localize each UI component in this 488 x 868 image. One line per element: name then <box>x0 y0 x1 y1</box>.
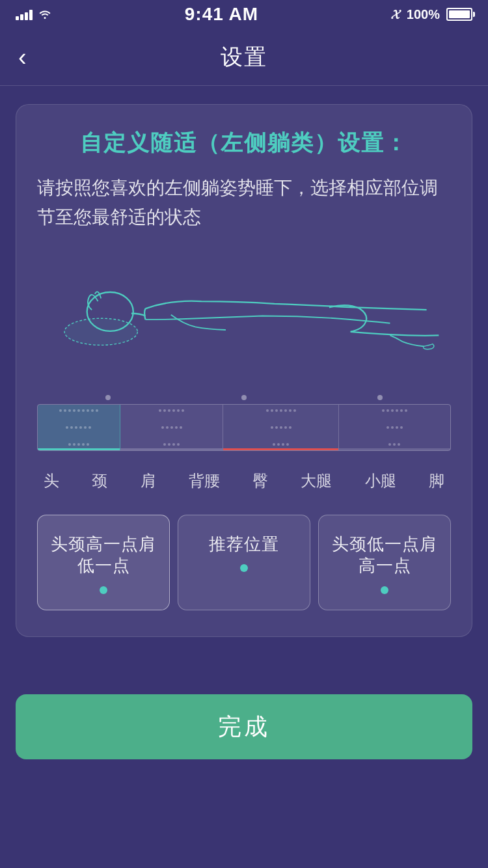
label-head: 头 <box>44 470 59 491</box>
bluetooth-icon: 𝓧 <box>391 7 400 22</box>
battery-percent: 100% <box>407 7 440 22</box>
status-bar: 9:41 AM 𝓧 100% <box>0 0 488 29</box>
option-recommended-dot <box>240 564 248 572</box>
body-part-labels: 头 颈 肩 背腰 臀 大腿 小腿 脚 <box>37 470 451 491</box>
position-options: 头颈高一点肩低一点 推荐位置 头颈低一点肩高一点 <box>37 515 451 611</box>
status-time: 9:41 AM <box>185 4 258 25</box>
label-thigh: 大腿 <box>301 470 332 491</box>
battery-icon <box>446 8 472 21</box>
svg-point-1 <box>64 318 137 345</box>
option-recommended[interactable]: 推荐位置 <box>178 515 310 611</box>
option-recommended-label: 推荐位置 <box>209 534 279 556</box>
back-button[interactable]: ‹ <box>18 45 27 70</box>
label-shoulder: 肩 <box>141 470 156 491</box>
option-head-high[interactable]: 头颈高一点肩低一点 <box>37 515 170 611</box>
label-back: 背腰 <box>189 470 220 491</box>
page-title: 设置 <box>221 42 267 72</box>
label-neck: 颈 <box>92 470 107 491</box>
complete-button[interactable]: 完成 <box>16 694 472 759</box>
option-head-low-dot <box>381 586 388 594</box>
signal-area <box>16 7 52 22</box>
option-head-high-label: 头颈高一点肩低一点 <box>44 534 163 578</box>
option-head-low[interactable]: 头颈低一点肩高一点 <box>318 515 451 611</box>
mattress-visualization <box>37 391 451 463</box>
label-calf: 小腿 <box>365 470 396 491</box>
option-head-high-dot <box>100 586 107 594</box>
option-head-low-label: 头颈低一点肩高一点 <box>325 534 444 578</box>
card-description: 请按照您喜欢的左侧躺姿势睡下，选择相应部位调节至您最舒适的状态 <box>37 174 451 232</box>
wifi-icon <box>38 7 52 22</box>
card-title: 自定义随适（左侧躺类）设置： <box>37 128 451 158</box>
page-header: ‹ 设置 <box>0 29 488 86</box>
label-foot: 脚 <box>429 470 444 491</box>
signal-bars-icon <box>16 8 33 20</box>
status-right: 𝓧 100% <box>391 7 472 22</box>
main-content: 自定义随适（左侧躺类）设置： 请按照您喜欢的左侧躺姿势睡下，选择相应部位调节至您… <box>0 86 488 655</box>
label-hip: 臀 <box>252 470 268 491</box>
mattress-segments <box>37 404 451 451</box>
settings-card: 自定义随适（左侧躺类）设置： 请按照您喜欢的左侧躺姿势睡下，选择相应部位调节至您… <box>16 104 472 637</box>
person-illustration <box>37 256 451 386</box>
